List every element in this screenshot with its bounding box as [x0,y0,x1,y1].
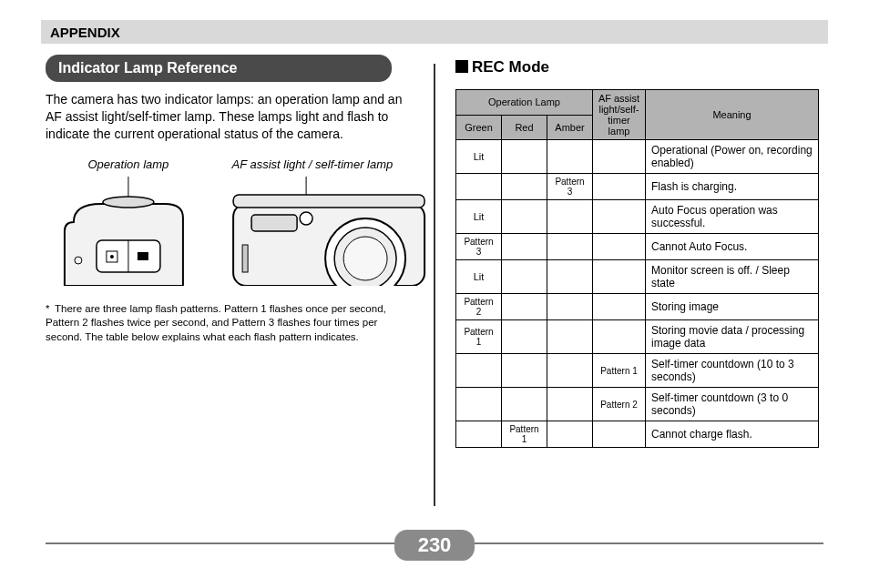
cell-red [502,260,547,294]
cell-red [502,234,547,260]
table-row: Pattern 2Storing image [456,294,819,320]
cell-red [502,354,547,388]
table-row: LitMonitor screen is off. / Sleep state [456,260,819,294]
cell-green [456,421,502,448]
th-red: Red [502,115,547,140]
cell-red [502,200,547,234]
cell-af [593,260,646,294]
svg-rect-6 [138,252,148,260]
cell-meaning: Cannot charge flash. [646,421,819,448]
cell-af [593,234,646,260]
camera-diagrams [46,177,414,286]
cell-af [593,294,646,320]
flash-pattern-footnote: *There are three lamp flash patterns. Pa… [46,302,414,345]
cell-green [456,354,502,388]
table-row: Pattern 3Cannot Auto Focus. [456,234,819,260]
th-operation-lamp: Operation Lamp [456,90,593,116]
cell-af [593,140,646,174]
table-row: Pattern 1Self-timer countdown (10 to 3 s… [456,354,819,388]
rec-mode-title-text: REC Mode [472,58,549,76]
asterisk-icon: * [46,302,55,317]
table-row: Pattern 1Storing movie data / processing… [456,320,819,354]
camera-back-diagram [46,177,211,286]
cell-af [593,320,646,354]
af-assist-lamp-label: AF assist light / self-timer lamp [211,157,414,171]
cell-green [456,388,502,421]
th-green: Green [456,115,502,140]
footnote-text: There are three lamp flash patterns. Pat… [46,303,386,342]
cell-green [456,174,502,200]
cell-amber [547,388,593,421]
cell-red [502,294,547,320]
cell-amber [547,234,593,260]
two-column-layout: Indicator Lamp Reference The camera has … [46,55,823,506]
cell-red [502,320,547,354]
cell-green: Lit [456,200,502,234]
cell-amber: Pattern 3 [547,174,593,200]
cell-amber [547,354,593,388]
right-column: REC Mode Operation Lamp AF assist light/… [435,55,823,506]
cell-green: Pattern 3 [456,234,502,260]
cell-red [502,174,547,200]
cell-meaning: Self-timer countdown (10 to 3 seconds) [646,354,819,388]
svg-point-13 [343,237,387,280]
th-amber: Amber [547,115,593,140]
cell-amber [547,140,593,174]
cell-meaning: Storing image [646,294,819,320]
cell-meaning: Operational (Power on, recording enabled… [646,140,819,174]
table-row: LitOperational (Power on, recording enab… [456,140,819,174]
cell-meaning: Cannot Auto Focus. [646,234,819,260]
indicator-lamp-table: Operation Lamp AF assist light/self-time… [455,89,819,448]
svg-point-15 [300,212,312,225]
th-meaning: Meaning [646,90,819,140]
page-number-wrap: 230 [0,530,869,561]
cell-green: Pattern 1 [456,320,502,354]
cell-green: Pattern 2 [456,294,502,320]
cell-amber [547,421,593,448]
cell-meaning: Flash is charging. [646,174,819,200]
appendix-header-bar: APPENDIX [41,20,828,44]
cell-meaning: Storing movie data / processing image da… [646,320,819,354]
cell-green: Lit [456,260,502,294]
document-page: APPENDIX Indicator Lamp Reference The ca… [0,0,869,588]
cell-af [593,174,646,200]
svg-point-4 [110,255,114,259]
cell-af [593,421,646,448]
table-row: Pattern 3Flash is charging. [456,174,819,200]
cell-amber [547,294,593,320]
cell-red: Pattern 1 [502,421,547,448]
square-bullet-icon [455,60,468,73]
diagram-labels-row: Operation lamp AF assist light / self-ti… [46,157,414,171]
appendix-label: APPENDIX [50,25,120,40]
cell-meaning: Monitor screen is off. / Sleep state [646,260,819,294]
cell-red [502,388,547,421]
svg-point-1 [103,197,154,208]
cell-amber [547,200,593,234]
cell-amber [547,320,593,354]
cell-red [502,140,547,174]
cell-meaning: Auto Focus operation was successful. [646,200,819,234]
camera-front-diagram [228,177,430,286]
lamp-table-body: LitOperational (Power on, recording enab… [456,140,819,448]
table-row: Pattern 2Self-timer countdown (3 to 0 se… [456,388,819,421]
svg-rect-10 [233,195,424,208]
page-number: 230 [394,530,475,561]
cell-af: Pattern 2 [593,388,646,421]
operation-lamp-label: Operation lamp [46,157,211,171]
table-row: Pattern 1Cannot charge flash. [456,421,819,448]
table-row: LitAuto Focus operation was successful. [456,200,819,234]
cell-green: Lit [456,140,502,174]
cell-af: Pattern 1 [593,354,646,388]
left-column: Indicator Lamp Reference The camera has … [46,55,434,506]
cell-af [593,200,646,234]
th-af-lamp: AF assist light/self-timer lamp [593,90,646,140]
cell-meaning: Self-timer countdown (3 to 0 seconds) [646,388,819,421]
cell-amber [547,260,593,294]
svg-rect-16 [242,245,248,272]
section-title-pill: Indicator Lamp Reference [46,55,392,82]
rec-mode-heading: REC Mode [455,58,823,76]
svg-rect-14 [251,215,297,231]
intro-paragraph: The camera has two indicator lamps: an o… [46,91,414,143]
